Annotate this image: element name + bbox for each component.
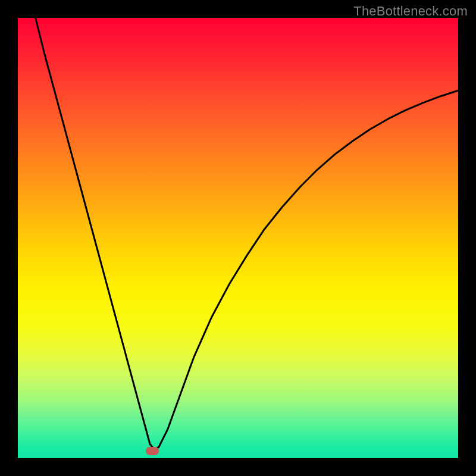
bottleneck-curve: [18, 18, 458, 458]
chart-frame: TheBottleneck.com: [0, 0, 476, 476]
plot-area: [18, 18, 458, 458]
watermark-text: TheBottleneck.com: [353, 4, 468, 19]
optimal-point-marker: [146, 447, 159, 455]
